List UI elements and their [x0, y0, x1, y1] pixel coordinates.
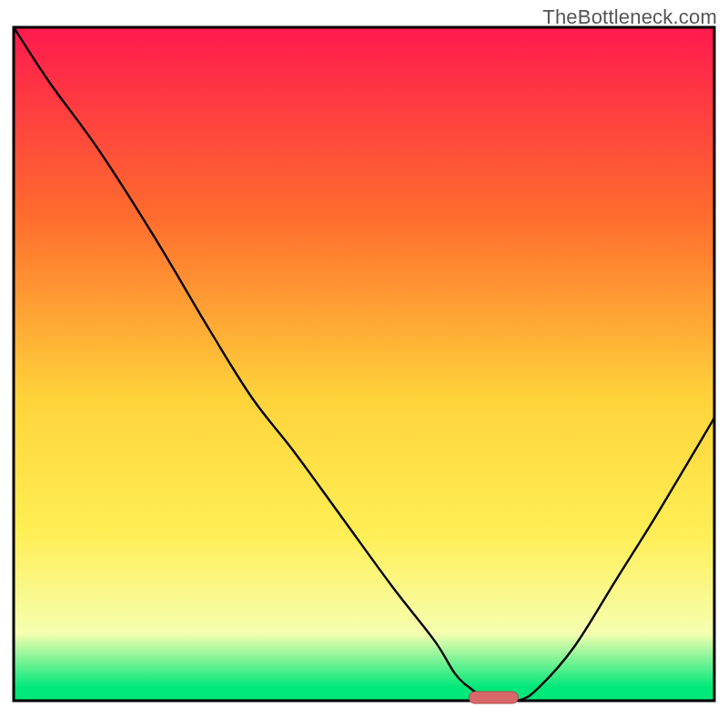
- watermark-text: TheBottleneck.com: [542, 5, 717, 29]
- bottleneck-chart: TheBottleneck.com: [0, 0, 728, 728]
- optimum-marker: [470, 692, 519, 703]
- plot-background: [14, 27, 714, 701]
- chart-svg: [0, 0, 728, 728]
